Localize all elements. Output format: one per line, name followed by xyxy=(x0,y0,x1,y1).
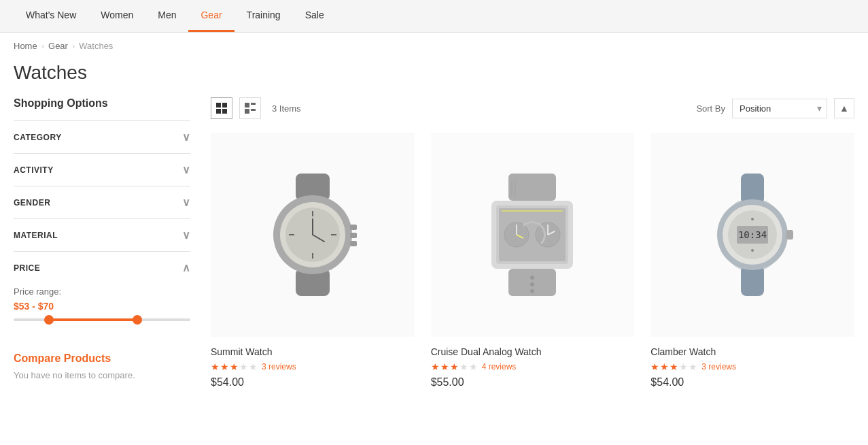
filter-material: MATERIAL∨ xyxy=(14,218,190,251)
star-4-summit-watch: ★ xyxy=(239,361,248,372)
svg-rect-6 xyxy=(245,109,249,114)
star-1-summit-watch: ★ xyxy=(211,361,220,372)
filter-activity: ACTIVITY∨ xyxy=(14,153,190,186)
chevron-material-icon: ∨ xyxy=(182,229,191,242)
filter-header-price[interactable]: PRICE∧ xyxy=(14,252,190,284)
sort-label: Sort By xyxy=(696,103,725,114)
product-name-link-clamber-watch[interactable]: Clamber Watch xyxy=(650,346,716,357)
nav-link-whats-new[interactable]: What's New xyxy=(14,0,88,30)
product-price-cruise-dual-analog-watch: $55.00 xyxy=(431,376,635,389)
filter-header-material[interactable]: MATERIAL∨ xyxy=(14,219,190,251)
product-name-cruise-dual-analog-watch: Cruise Dual Analog Watch xyxy=(431,346,635,357)
product-image-clamber-watch[interactable]: 10:34 xyxy=(650,133,854,337)
star-2-cruise-dual-analog-watch: ★ xyxy=(440,361,449,372)
product-name-summit-watch: Summit Watch xyxy=(211,346,415,357)
price-slider-track[interactable] xyxy=(14,318,190,321)
product-name-link-cruise-dual-analog-watch[interactable]: Cruise Dual Analog Watch xyxy=(431,346,542,357)
breadcrumb-link-gear[interactable]: Gear xyxy=(48,41,68,51)
nav-item-women: Women xyxy=(88,0,145,32)
svg-rect-13 xyxy=(350,225,357,230)
nav-item-whats-new: What's New xyxy=(14,0,88,32)
filter-gender: GENDER∨ xyxy=(14,186,190,218)
nav-link-men[interactable]: Men xyxy=(145,0,188,30)
nav-item-gear: Gear xyxy=(188,0,234,32)
item-count: 3 Items xyxy=(272,103,301,114)
price-slider-thumb-right[interactable] xyxy=(133,315,142,325)
product-area: 3 Items Sort By PositionProduct NamePric… xyxy=(211,97,854,389)
toolbar: 3 Items Sort By PositionProduct NamePric… xyxy=(211,97,854,119)
star-1-cruise-dual-analog-watch: ★ xyxy=(431,361,440,372)
sidebar: Shopping Options CATEGORY∨ACTIVITY∨GENDE… xyxy=(14,97,190,389)
chevron-activity-icon: ∨ xyxy=(182,163,191,176)
filter-header-activity[interactable]: ACTIVITY∨ xyxy=(14,154,190,186)
product-image-cruise-dual-analog-watch[interactable] xyxy=(431,133,635,337)
svg-rect-7 xyxy=(251,109,256,111)
toolbar-left: 3 Items xyxy=(211,97,301,119)
star-5-summit-watch: ★ xyxy=(249,361,258,372)
svg-rect-4 xyxy=(245,103,249,108)
product-rating-cruise-dual-analog-watch: ★★★★★4 reviews xyxy=(431,361,635,372)
price-range-label: Price range: xyxy=(14,286,190,297)
star-5-cruise-dual-analog-watch: ★ xyxy=(469,361,478,372)
svg-rect-48 xyxy=(786,230,793,240)
compare-link[interactable]: Products xyxy=(64,352,111,364)
sort-wrapper: PositionProduct NamePrice xyxy=(732,99,827,118)
star-4-clamber-watch: ★ xyxy=(679,361,688,372)
svg-point-47 xyxy=(751,249,754,252)
svg-point-28 xyxy=(530,289,534,293)
nav-link-women[interactable]: Women xyxy=(88,0,145,30)
main-nav: What's NewWomenMenGearTrainingSale xyxy=(0,0,868,33)
product-card-cruise-dual-analog-watch: Cruise Dual Analog Watch★★★★★4 reviews$5… xyxy=(431,133,635,389)
product-card-clamber-watch: 10:34 Clamber Watch★★★★★3 reviews$54.00 xyxy=(650,133,854,389)
nav-link-sale[interactable]: Sale xyxy=(293,0,336,30)
svg-rect-14 xyxy=(350,233,357,238)
review-count-clamber-watch[interactable]: 3 reviews xyxy=(701,362,736,372)
review-count-summit-watch[interactable]: 3 reviews xyxy=(262,362,296,372)
breadcrumb: Home›Gear›Watches xyxy=(0,33,868,59)
svg-rect-1 xyxy=(222,103,227,108)
filter-body-price: Price range: $53 - $70 xyxy=(14,284,190,336)
nav-link-training[interactable]: Training xyxy=(235,0,293,30)
nav-item-sale: Sale xyxy=(293,0,336,32)
product-rating-summit-watch: ★★★★★3 reviews xyxy=(211,361,415,372)
filter-price: PRICE∧ Price range: $53 - $70 xyxy=(14,251,190,336)
product-grid: Summit Watch★★★★★3 reviews$54.00 Cruise … xyxy=(211,133,854,389)
page-title: Watches xyxy=(0,59,868,97)
price-slider-fill xyxy=(49,318,137,321)
chevron-gender-icon: ∨ xyxy=(182,196,191,209)
breadcrumb-current: Watches xyxy=(79,41,113,51)
chevron-price-icon: ∧ xyxy=(182,261,191,274)
review-count-cruise-dual-analog-watch[interactable]: 4 reviews xyxy=(482,362,517,372)
svg-point-27 xyxy=(530,282,534,286)
star-5-clamber-watch: ★ xyxy=(689,361,697,372)
product-card-summit-watch: Summit Watch★★★★★3 reviews$54.00 xyxy=(211,133,415,389)
svg-point-46 xyxy=(751,218,754,220)
filter-header-gender[interactable]: GENDER∨ xyxy=(14,186,190,218)
sidebar-title: Shopping Options xyxy=(14,97,190,110)
compare-section: Compare Products You have no items to co… xyxy=(14,352,190,380)
compare-title: Compare Products xyxy=(14,352,190,365)
star-1-clamber-watch: ★ xyxy=(650,361,659,372)
list-view-button[interactable] xyxy=(239,97,261,119)
filter-category: CATEGORY∨ xyxy=(14,120,190,153)
nav-link-gear[interactable]: Gear xyxy=(188,0,234,32)
breadcrumb-link-home[interactable]: Home xyxy=(14,41,37,51)
star-3-cruise-dual-analog-watch: ★ xyxy=(450,361,459,372)
svg-point-26 xyxy=(530,276,534,280)
filter-header-category[interactable]: CATEGORY∨ xyxy=(14,121,190,153)
price-slider-thumb-left[interactable] xyxy=(44,315,54,325)
price-range-value: $53 - $70 xyxy=(14,301,190,312)
breadcrumb-sep: › xyxy=(72,41,75,51)
svg-rect-5 xyxy=(251,103,256,105)
svg-rect-2 xyxy=(216,109,221,114)
product-image-summit-watch[interactable] xyxy=(211,133,415,337)
star-3-clamber-watch: ★ xyxy=(670,361,678,372)
product-name-link-summit-watch[interactable]: Summit Watch xyxy=(211,346,273,357)
svg-text:10:34: 10:34 xyxy=(738,229,767,240)
svg-rect-0 xyxy=(216,103,221,108)
stars-summit-watch: ★★★★★ xyxy=(211,361,258,372)
grid-view-button[interactable] xyxy=(211,97,232,119)
sort-select[interactable]: PositionProduct NamePrice xyxy=(732,99,827,118)
star-4-cruise-dual-analog-watch: ★ xyxy=(459,361,468,372)
sort-asc-button[interactable]: ▲ xyxy=(834,98,854,118)
